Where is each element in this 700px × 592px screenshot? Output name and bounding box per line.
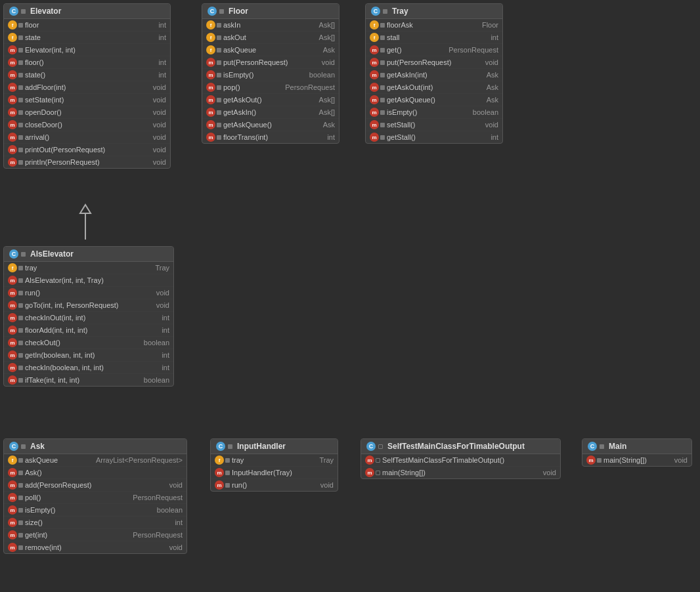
main-title: Main xyxy=(609,442,626,451)
alselevator-method-iftake: m ifTake(int, int, int) boolean xyxy=(4,374,173,386)
field-icon: f xyxy=(206,33,215,42)
method-icon: m xyxy=(370,108,379,117)
method-name: floorTrans(int) xyxy=(223,133,322,141)
lock-icon xyxy=(18,48,23,53)
elevator-method-state: m state() int xyxy=(4,69,170,81)
method-name: closeDoor() xyxy=(25,121,148,129)
field-icon: f xyxy=(206,20,215,30)
field-name: tray xyxy=(25,264,150,272)
method-type: void xyxy=(322,58,335,66)
method-icon: m xyxy=(586,455,596,465)
elevator-method-setstate: m setState(int) void xyxy=(4,94,170,106)
selftest-class-icon: C xyxy=(366,442,376,451)
ask-title: Ask xyxy=(30,442,45,451)
floor-method-getaskin: m getAskIn() Ask[] xyxy=(202,106,339,119)
alselevator-header: C AlsElevator xyxy=(4,247,173,262)
field-name: askQueue xyxy=(25,456,91,464)
field-icon: f xyxy=(8,263,17,272)
ask-method-add: m add(PersonRequest) void xyxy=(4,479,186,492)
method-icon: m xyxy=(370,95,379,104)
lock-icon xyxy=(225,483,230,488)
tray-title: Tray xyxy=(392,7,408,16)
lock-icon xyxy=(380,85,385,90)
method-icon: m xyxy=(370,133,379,142)
lock-icon xyxy=(380,60,385,65)
method-icon: m xyxy=(365,455,374,465)
tray-method-getstall: m getStall() int xyxy=(366,131,502,143)
inputhandler-method-run: m run() void xyxy=(211,479,338,491)
method-name: ifTake(int, int, int) xyxy=(25,376,139,384)
method-name: getAskQueue() xyxy=(223,121,318,129)
lock-icon xyxy=(217,85,221,90)
alselevator-field-tray: f tray Tray xyxy=(4,262,173,274)
method-icon: m xyxy=(8,120,17,129)
field-icon: f xyxy=(206,45,215,54)
lock-icon xyxy=(217,35,221,40)
tray-method-getaskin: m getAskIn(int) Ask xyxy=(366,69,502,81)
lock-icon xyxy=(217,98,221,102)
field-type: Ask[] xyxy=(319,33,335,41)
alselevator-method-constructor: m AlsElevator(int, int, Tray) xyxy=(4,274,173,287)
method-type: int xyxy=(175,518,183,526)
ask-method-constructor: m Ask() xyxy=(4,467,186,479)
lock-icon xyxy=(380,73,385,77)
floor-class: C Floor f askIn Ask[] f askOut Ask[] f a… xyxy=(202,3,339,144)
selftest-lock-icon xyxy=(378,444,383,449)
ask-method-size: m size() int xyxy=(4,517,186,529)
method-type: boolean xyxy=(473,108,498,116)
lock-icon xyxy=(18,458,23,463)
lock-icon xyxy=(18,508,23,513)
field-name: askQueue xyxy=(223,46,318,54)
method-type: int xyxy=(162,364,169,371)
method-name: printOut(PersonRequest) xyxy=(25,146,148,154)
lock-icon xyxy=(380,35,385,40)
method-type: void xyxy=(153,108,166,116)
field-icon: f xyxy=(215,455,224,465)
alselevator-class-icon: C xyxy=(9,249,18,259)
floor-method-isempty: m isEmpty() boolean xyxy=(202,69,339,81)
field-type: int xyxy=(158,21,166,29)
tray-method-setstall: m setStall() void xyxy=(366,119,502,131)
alselevator-title: AlsElevator xyxy=(30,249,74,259)
tray-method-put: m put(PersonRequest) void xyxy=(366,56,502,69)
inputhandler-class: C InputHandler f tray Tray m InputHandle… xyxy=(210,438,338,492)
method-icon: m xyxy=(8,58,17,67)
method-type: void xyxy=(320,481,334,489)
floor-field-askin: f askIn Ask[] xyxy=(202,19,339,32)
alselevator-method-getin: m getIn(boolean, int, int) int xyxy=(4,349,173,362)
method-name: pop() xyxy=(223,83,280,91)
lock-icon xyxy=(18,520,23,525)
method-type: void xyxy=(153,121,166,129)
method-icon: m xyxy=(8,70,17,79)
elevator-method-printout: m printOut(PersonRequest) void xyxy=(4,144,170,156)
elevator-title: Elevator xyxy=(30,7,61,16)
method-name: Ask() xyxy=(25,469,177,476)
method-icon: m xyxy=(206,133,215,142)
method-name: size() xyxy=(25,518,169,526)
lock-icon xyxy=(380,135,385,140)
lock-icon xyxy=(217,23,221,28)
field-type: Tray xyxy=(155,264,169,272)
alselevator-method-checkin: m checkIn(boolean, int, int) int xyxy=(4,362,173,374)
lock-icon xyxy=(18,266,23,270)
method-name: SelfTestMainClassForTimableOutput() xyxy=(382,456,551,464)
method-type: void xyxy=(156,301,169,309)
method-type: int xyxy=(491,133,498,141)
elevator-method-println: m printIn(PersonRequest) void xyxy=(4,156,170,168)
method-name: put(PersonRequest) xyxy=(387,58,480,66)
field-type: int xyxy=(158,33,166,41)
method-name: main(String[]) xyxy=(603,456,669,464)
method-icon: m xyxy=(215,480,224,490)
lock-icon xyxy=(18,98,23,102)
method-type: Ask xyxy=(323,121,335,129)
lock-icon xyxy=(217,110,221,115)
lock-icon xyxy=(217,73,221,77)
elevator-method-floor: m floor() int xyxy=(4,56,170,69)
selftest-header: C SelfTestMainClassForTimableOutput xyxy=(361,439,560,454)
tray-method-isempty: m isEmpty() boolean xyxy=(366,106,502,119)
field-type: Tray xyxy=(319,456,334,464)
method-icon: m xyxy=(8,158,17,167)
field-type: Ask xyxy=(323,46,335,54)
lock-icon xyxy=(217,135,221,140)
selftest-method-main: m main(String[]) void xyxy=(361,467,560,478)
